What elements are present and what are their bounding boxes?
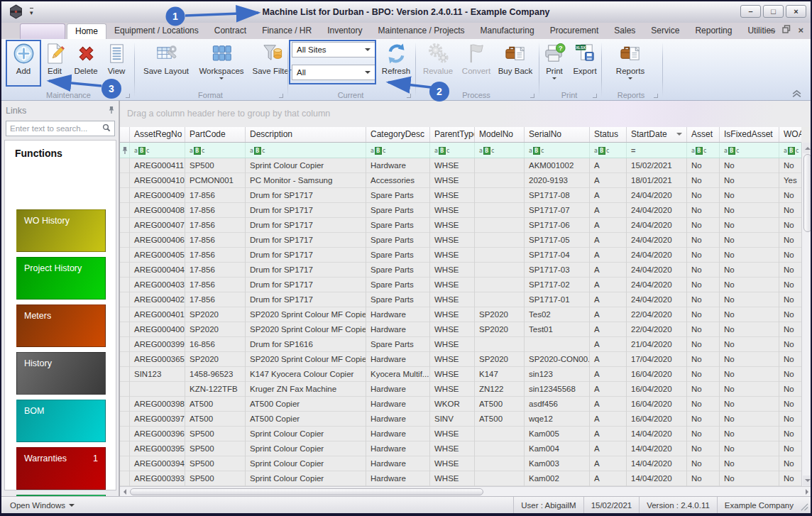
table-row[interactable]: AREG00040417-856Drum for SP1717Spare Par… <box>120 263 801 278</box>
workspaces-button[interactable]: Workspaces <box>193 40 250 89</box>
mdi-minimize-icon[interactable]: – <box>770 25 775 36</box>
table-row[interactable]: AREG00039916-856Drum for SP1616Spare Par… <box>120 337 801 352</box>
scroll-right-icon[interactable] <box>803 488 812 496</box>
table-row[interactable]: AREG000401SP2020SP2020 Sprint Colour MF … <box>120 307 801 322</box>
group-by-bar[interactable]: Drag a column header here to group by th… <box>120 101 812 127</box>
table-row[interactable]: AREG000398AT500AT500 CopierHardwareWKORA… <box>120 397 801 412</box>
column-header-serialno[interactable]: SerialNo <box>525 127 590 143</box>
column-header-startdate[interactable]: StartDate <box>627 127 687 143</box>
filter-cell-woattach[interactable]: aBc <box>779 143 801 158</box>
filter-cell-asset[interactable]: aBc <box>687 143 720 158</box>
table-row[interactable]: AREG000400SP2020SP2020 Sprint Colour MF … <box>120 322 801 337</box>
abc-filter-icon[interactable]: aBc <box>594 147 609 155</box>
table-row[interactable]: AREG00040917-856Drum for SP1717Spare Par… <box>120 188 801 203</box>
abc-filter-icon[interactable]: aBc <box>250 147 265 155</box>
mdi-restore-icon[interactable] <box>782 25 791 36</box>
filter-cell-status[interactable]: aBc <box>590 143 627 158</box>
sort-arrow-icon[interactable] <box>676 133 682 138</box>
function-button-meters[interactable]: Meters <box>16 304 106 347</box>
column-header-assetregno[interactable]: AssetRegNo <box>130 127 185 143</box>
abc-filter-icon[interactable]: aBc <box>434 147 449 155</box>
table-row[interactable]: AREG00040617-856Drum for SP1717Spare Par… <box>120 233 801 248</box>
dialog-launcher-icon[interactable] <box>279 94 283 98</box>
table-row[interactable]: AREG000393SP500Sprint Colour CopierHardw… <box>120 471 801 486</box>
function-button-warranties[interactable]: Warranties1 <box>16 447 106 490</box>
function-button-wo-history[interactable]: WO History <box>16 209 106 252</box>
table-row[interactable]: AREG00040517-856Drum for SP1717Spare Par… <box>120 248 801 263</box>
edit-button[interactable]: Edit <box>40 40 70 89</box>
filter-cell-isfixedasset[interactable]: aBc <box>720 143 779 158</box>
collapse-ribbon-icon[interactable] <box>791 88 802 97</box>
tab-inventory[interactable]: Inventory <box>319 23 370 39</box>
table-row[interactable]: AREG00040317-856Drum for SP1717Spare Par… <box>120 278 801 292</box>
scroll-up-icon[interactable] <box>803 143 812 153</box>
dialog-launcher-icon[interactable] <box>407 94 411 98</box>
scroll-down-icon[interactable] <box>803 476 812 486</box>
table-row[interactable]: AREG000365SP2020SP2020 Sprint Colour MF … <box>120 352 801 367</box>
tab-contract[interactable]: Contract <box>207 23 254 39</box>
abc-filter-icon[interactable]: aBc <box>691 147 706 155</box>
filter-cell-assetregno[interactable]: aBc <box>130 143 185 158</box>
delete-button[interactable]: Delete <box>70 40 102 89</box>
minimize-button[interactable]: – <box>740 5 761 18</box>
mdi-close-icon[interactable]: × <box>798 25 803 36</box>
tab-maintenance-projects[interactable]: Maintenance / Projects <box>371 23 473 39</box>
column-header-isfixedasset[interactable]: IsFixedAsset <box>720 127 779 143</box>
function-button-bom[interactable]: BOM <box>16 400 106 442</box>
table-row[interactable]: AREG000397AT500AT500 CopierHardwareSINVA… <box>120 412 801 427</box>
horizontal-scrollbar[interactable] <box>120 486 812 496</box>
close-button[interactable]: × <box>786 5 806 18</box>
horizontal-scrollbar-thumb[interactable] <box>130 488 483 495</box>
filter-cell-parenttype[interactable]: aBc <box>430 143 475 158</box>
table-row[interactable]: AREG00040717-856Drum for SP1717Spare Par… <box>120 218 801 233</box>
filter-cell-partcode[interactable]: aBc <box>185 143 246 158</box>
export-button[interactable]: XLSXExport <box>569 40 601 89</box>
column-header-description[interactable]: Description <box>246 127 366 143</box>
abc-filter-icon[interactable]: aBc <box>784 147 799 155</box>
tab-home[interactable]: Home <box>67 23 106 39</box>
buy-back-button[interactable]: Buy Back <box>495 40 535 89</box>
abc-filter-icon[interactable]: aBc <box>529 147 544 155</box>
reports-button[interactable]: Reports <box>608 40 652 89</box>
column-header-parenttype[interactable]: ParentType <box>430 127 475 143</box>
table-row[interactable]: AREG000410PCMON001PC Monitor - SamsungAc… <box>120 173 801 188</box>
open-windows-button[interactable]: Open Windows <box>1 501 75 510</box>
abc-filter-icon[interactable]: aBc <box>134 147 149 155</box>
function-button-history[interactable]: History <box>16 352 106 395</box>
dialog-launcher-icon[interactable] <box>593 94 597 98</box>
function-button-project-history[interactable]: Project History <box>16 257 106 300</box>
print-button[interactable]: ?Print <box>540 40 569 89</box>
table-row[interactable]: AREG000395SP500Sprint Colour CopierHardw… <box>120 441 801 456</box>
abc-filter-icon[interactable]: aBc <box>724 147 739 155</box>
column-header-status[interactable]: Status <box>590 127 627 143</box>
dialog-launcher-icon[interactable] <box>126 94 130 98</box>
filter-cell-startdate[interactable]: = <box>627 143 687 158</box>
maximize-button[interactable]: □ <box>763 5 784 18</box>
search-input[interactable]: Enter text to search... <box>6 121 115 136</box>
vertical-scrollbar-thumb[interactable] <box>803 154 812 232</box>
equals-filter-icon[interactable]: = <box>631 146 635 155</box>
vertical-scrollbar[interactable] <box>801 143 812 486</box>
column-header-asset[interactable]: Asset <box>687 127 720 143</box>
save-layout-button[interactable]: Save Layout <box>139 40 193 89</box>
filter-cell-description[interactable]: aBc <box>246 143 366 158</box>
table-row[interactable]: AREG000396SP500Sprint Colour CopierHardw… <box>120 427 801 441</box>
table-row[interactable]: AREG00040817-856Drum for SP1717Spare Par… <box>120 203 801 218</box>
column-header-partcode[interactable]: PartCode <box>185 127 246 143</box>
filter-cell-serialno[interactable]: aBc <box>525 143 590 158</box>
tab-equipment-locations[interactable]: Equipment / Locations <box>106 23 207 39</box>
column-header-woattach[interactable]: WOAttach <box>779 127 801 143</box>
table-row[interactable]: AREG000411SP500Sprint Colour CopierHardw… <box>120 158 801 173</box>
abc-filter-icon[interactable]: aBc <box>190 147 204 155</box>
resize-grip-icon[interactable] <box>801 497 811 513</box>
tab-procurement[interactable]: Procurement <box>542 23 607 39</box>
tab-finance-hr[interactable]: Finance / HR <box>254 23 319 39</box>
column-header-modelno[interactable]: ModelNo <box>475 127 525 143</box>
column-header-categorydesc[interactable]: CategoryDesc <box>366 127 430 143</box>
tab-sales[interactable]: Sales <box>606 23 643 39</box>
dialog-launcher-icon[interactable] <box>530 94 534 98</box>
table-row[interactable]: AREG00040217-856Drum for SP1717Spare Par… <box>120 292 801 307</box>
filter-cell-categorydesc[interactable]: aBc <box>366 143 430 158</box>
table-row[interactable]: KZN-122TFBKruger ZN Fax MachineHardwareW… <box>120 382 801 397</box>
tab-manufacturing[interactable]: Manufacturing <box>473 23 542 39</box>
